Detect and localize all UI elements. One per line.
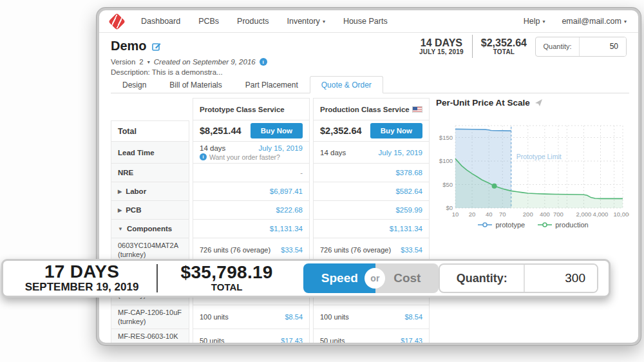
version-value: 2 — [139, 58, 143, 66]
nav-item-pcbs[interactable]: PCBs — [198, 17, 219, 26]
part-qty: 50 units — [200, 337, 225, 345]
help-menu[interactable]: Help▾ — [524, 17, 545, 26]
part-qty: 726 units (76 overage) — [320, 246, 391, 254]
macrofab-logo-icon[interactable] — [108, 13, 126, 30]
tab-quote-and-order[interactable]: Quote & Order — [310, 76, 383, 93]
info-icon[interactable]: i — [260, 58, 267, 66]
legend-label: production — [555, 221, 588, 229]
row-label-nre: NRE — [111, 164, 189, 182]
pcb-production: $259.99 — [395, 206, 422, 214]
part-number: 0603YC104MAT2A — [118, 241, 178, 250]
nav-label: Inventory — [287, 17, 319, 26]
nav-item-products[interactable]: Products — [237, 17, 269, 26]
svg-text:400: 400 — [540, 211, 550, 218]
table-row: MF-CAP-1206-10uF(turnkey) 100 units$8.54… — [111, 305, 430, 329]
part-number: MF-RES-0603-10K — [118, 332, 178, 341]
nav-label: Products — [237, 17, 269, 26]
chevron-right-icon: ▶ — [118, 207, 122, 213]
table-row[interactable]: ▼Components $1,131.34 $1,131.34 — [111, 220, 430, 238]
part-qty: 100 units — [320, 313, 349, 321]
part-sourcing: (turnkey) — [118, 341, 146, 345]
row-label-total: Total — [111, 120, 189, 142]
labor-production: $582.64 — [395, 187, 422, 195]
nav-label: House Parts — [343, 17, 388, 26]
callout-quantity-input[interactable] — [525, 265, 597, 292]
row-label-labor: Labor — [126, 187, 146, 195]
summary-total: $2,352.64 — [481, 37, 527, 49]
nav-item-inventory[interactable]: Inventory▾ — [287, 17, 325, 26]
tab-part-placement[interactable]: Part Placement — [234, 76, 310, 93]
chevron-down-icon[interactable]: ▾ — [147, 59, 150, 65]
chevron-right-icon: ▶ — [118, 189, 122, 195]
order-faster-link[interactable]: Want your order faster? — [209, 153, 280, 161]
production-lead-cell: 14 daysJuly 15, 2019 — [313, 142, 430, 164]
svg-text:Prototype Limit: Prototype Limit — [516, 153, 562, 160]
nav-label: PCBs — [198, 17, 219, 26]
legend-item-production[interactable]: production — [538, 221, 588, 229]
lead-days: 14 days — [320, 149, 346, 157]
divider — [472, 35, 473, 58]
buy-now-prototype-button[interactable]: Buy Now — [251, 123, 303, 138]
project-description: Description: This is a demonstra... — [111, 68, 267, 76]
svg-text:20: 20 — [469, 211, 476, 218]
nav-item-house-parts[interactable]: House Parts — [343, 17, 388, 26]
table-row: Lead Time 14 daysJuly 15, 2019 iWant you… — [111, 142, 430, 164]
svg-text:200: 200 — [523, 211, 533, 218]
prototype-column-header: Prototype Class Service — [193, 98, 310, 120]
table-row: NRE - $378.68 — [111, 164, 430, 182]
chevron-down-icon: ▾ — [624, 19, 627, 24]
chevron-down-icon: ▾ — [542, 19, 545, 24]
quote-table: Prototype Class Service Production Class… — [111, 98, 430, 345]
table-row[interactable]: ▶Labor $6,897.41 $582.64 — [111, 182, 430, 201]
part-qty: 100 units — [200, 313, 229, 321]
production-total: $2,352.64 — [320, 126, 362, 136]
chart-title: Per-Unit Price At Scale — [436, 98, 530, 108]
cost-toggle-button[interactable]: Cost — [375, 263, 439, 293]
per-unit-price-chart: Per-Unit Price At Scale $0$50$100$150102… — [436, 98, 630, 229]
top-nav: Dashboard PCBs Products Inventory▾ House… — [99, 10, 638, 33]
chart-plot: $0$50$100$150102040702004007002,0004,000… — [436, 110, 629, 220]
svg-text:$150: $150 — [439, 134, 453, 141]
part-price: $17.43 — [401, 337, 422, 345]
svg-text:70: 70 — [499, 211, 506, 218]
share-icon[interactable] — [535, 99, 543, 107]
speed-cost-toggle: Speed Cost or — [303, 263, 439, 293]
legend-item-prototype[interactable]: prototype — [478, 221, 525, 229]
legend-label: prototype — [495, 221, 525, 229]
tab-design[interactable]: Design — [111, 76, 158, 93]
account-menu[interactable]: email@mail.com▾ — [562, 17, 627, 26]
summary-days: 14 DAYS — [419, 37, 464, 49]
lead-time-summary: 14 DAYS JULY 15, 2019 — [419, 37, 464, 56]
lead-date: July 15, 2019 — [379, 149, 422, 157]
svg-text:4,000: 4,000 — [593, 211, 609, 218]
part-qty: 726 units (76 overage) — [200, 246, 270, 254]
callout-days: 17 DAYS — [10, 263, 154, 281]
svg-text:40: 40 — [486, 211, 493, 218]
edit-icon[interactable] — [152, 42, 161, 51]
nav-label: Dashboard — [141, 17, 180, 26]
quantity-input[interactable] — [580, 37, 626, 56]
part-number: MF-CAP-1206-10uF — [118, 308, 182, 317]
svg-text:$50: $50 — [442, 181, 453, 188]
buy-now-production-button[interactable]: Buy Now — [370, 123, 422, 138]
nav-item-dashboard[interactable]: Dashboard — [141, 17, 180, 26]
prototype-total-cell: $8,251.44 Buy Now — [193, 120, 310, 142]
row-label-lead-time: Lead Time — [111, 142, 189, 164]
callout-date: SEPTEMBER 19, 2019 — [10, 281, 154, 294]
svg-text:10,000: 10,000 — [613, 211, 629, 218]
tab-bill-of-materials[interactable]: Bill of Materials — [158, 76, 233, 93]
nre-production: $378.68 — [395, 169, 422, 176]
prototype-lead-cell: 14 daysJuly 15, 2019 iWant your order fa… — [193, 142, 310, 164]
part-price: $33.54 — [401, 246, 422, 254]
help-label: Help — [524, 17, 540, 26]
pcb-prototype: $222.68 — [276, 206, 303, 214]
us-flag-icon — [412, 106, 422, 113]
labor-prototype: $6,897.41 — [270, 187, 303, 195]
components-prototype: $1,131.34 — [270, 225, 303, 233]
callout-total-block: $35,798.19 TOTAL — [160, 263, 293, 292]
summary-date: JULY 15, 2019 — [419, 48, 464, 55]
callout-total-label: TOTAL — [160, 282, 293, 293]
table-row[interactable]: ▶PCB $222.68 $259.99 — [111, 201, 430, 220]
info-icon[interactable]: i — [200, 153, 207, 160]
svg-text:2,000: 2,000 — [576, 211, 592, 218]
